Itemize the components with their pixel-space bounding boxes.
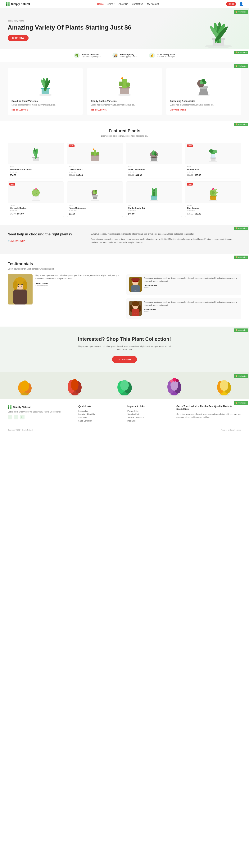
footer-link-intro[interactable]: Introduction xyxy=(78,410,121,412)
footer-brand-desc: Get in Touch With Us For the Best Qualit… xyxy=(8,411,73,413)
ask-help-link[interactable]: 🔗 ASK FOR HELP xyxy=(8,240,25,242)
footer-brand: Simply Natural Get in Touch With Us For … xyxy=(8,405,73,423)
product-6-name: Rattke Snake Tail xyxy=(128,207,180,209)
svg-point-105 xyxy=(22,284,23,285)
plants-icon: 🌿 xyxy=(74,53,80,58)
powered-text: Powered by Simply Natural xyxy=(220,429,241,431)
product-7-category: Cactus xyxy=(187,205,239,206)
feature-money-back: 💰 100% Money Back If the item didn't sui… xyxy=(149,53,175,58)
svg-point-109 xyxy=(131,278,140,281)
product-4-badge: Sale! xyxy=(9,183,15,186)
cta-section: Interested? Shop This Plant Collection! … xyxy=(0,327,249,372)
product-1-category: Cactus xyxy=(69,166,121,168)
product-card-6: Plants Rattke Snake Tail ★★★★★ $45.00 xyxy=(126,181,182,217)
nav-about[interactable]: About Us xyxy=(118,3,128,5)
svg-point-101 xyxy=(13,280,17,290)
product-4-old-price: $70.00 xyxy=(10,213,16,215)
nav-account[interactable]: My Account xyxy=(147,3,159,5)
svg-rect-84 xyxy=(152,190,153,190)
footer-link-store[interactable]: Visit Store xyxy=(78,416,121,418)
product-card-5: Plants Piano Quinquem ★★★★★ $33.00 xyxy=(67,181,123,217)
footer-link-about[interactable]: Important About Us xyxy=(78,413,121,415)
collection-3-desc: Luctus nec ullamcorper mattis, pulvinar … xyxy=(170,103,238,106)
svg-point-113 xyxy=(132,301,139,306)
features-customize-button[interactable]: 🎨 Customize xyxy=(234,51,248,54)
footer-customize-button[interactable]: 🎨 Customize xyxy=(234,401,248,405)
product-5-category: Plants xyxy=(69,205,121,206)
hero-customize-button[interactable]: 🎨 Customize xyxy=(234,10,248,13)
testimonials-title: Testimonials xyxy=(8,261,241,266)
go-to-shop-button[interactable]: GO TO SHOP xyxy=(112,356,137,363)
instagram-icon[interactable]: in xyxy=(20,415,25,420)
feature-shipping: 🚚 Free Shipping Free shipping on order xyxy=(112,53,138,58)
product-1-name: Cleistocactus xyxy=(69,168,121,170)
collections-customize-button[interactable]: 🎨 Customize xyxy=(234,64,248,68)
svg-point-97 xyxy=(213,189,214,190)
footer-important-links-list: Privacy Policy Shipping Policy Terms & C… xyxy=(128,410,171,422)
nav-contact[interactable]: Contact Us xyxy=(132,3,143,5)
product-4-price-value: $55.00 xyxy=(17,213,24,215)
product-6-category: Plants xyxy=(128,205,180,206)
product-card-1: Sale! Cactus Cleistocactus ★★★★★ xyxy=(67,143,123,179)
testimonial-right-1-name: Briana Luke xyxy=(144,308,239,311)
help-left: Need help in choosing the right plants? … xyxy=(8,232,83,242)
product-img-2 xyxy=(126,143,182,164)
logo[interactable]: Simply Natural xyxy=(6,2,30,6)
collection-2-desc: Luctus nec ullamcorper mattis, pulvinar … xyxy=(91,103,158,106)
logo-icon xyxy=(6,2,9,6)
product-1-price-value: $35.00 xyxy=(76,174,83,176)
featured-customize-button[interactable]: 🎨 Customize xyxy=(234,123,248,126)
footer-quick-links-list: Introduction Important About Us Visit St… xyxy=(78,410,121,422)
nav-store[interactable]: Store ▾ xyxy=(107,3,115,5)
product-1-badge: Sale! xyxy=(69,145,74,147)
testimonial-left-role: Interior designer xyxy=(35,284,122,286)
nav-home[interactable]: Home xyxy=(97,3,104,5)
svg-rect-85 xyxy=(153,191,155,191)
svg-point-131 xyxy=(120,380,129,391)
footer-bottom: Copyright © 2024 Simply Natural Powered … xyxy=(8,427,241,431)
help-desc-2: Ornare integer commodo mauris et ligula … xyxy=(91,238,241,244)
product-0-category: Plants xyxy=(10,166,62,168)
collection-2-link[interactable]: SEE COLLECTION xyxy=(91,109,107,111)
cta-customize-button[interactable]: 🎨 Customize xyxy=(234,329,248,332)
svg-point-43 xyxy=(93,149,95,150)
twitter-icon[interactable]: t xyxy=(14,415,19,420)
footer-quick-links: Quick Links Introduction Important About… xyxy=(78,405,121,423)
svg-point-11 xyxy=(39,94,52,96)
facebook-icon[interactable]: f xyxy=(8,415,12,420)
product-img-7 xyxy=(185,182,241,203)
copyright-text: Copyright © 2024 Simply Natural xyxy=(8,429,33,431)
testimonial-right-1: Neque porro quisquam est, qui dolore ips… xyxy=(127,298,241,319)
testimonial-left-avatar xyxy=(8,274,33,305)
gallery-plant-1 xyxy=(0,376,50,396)
shop-now-button[interactable]: SHOP NOW xyxy=(8,35,29,41)
help-customize-button[interactable]: 🎨 Customize xyxy=(234,226,248,230)
collection-3-link[interactable]: VISIT THE STORE xyxy=(170,109,186,111)
footer-link-comment[interactable]: Sales Comment xyxy=(78,420,121,422)
collections-grid: Beautiful Plant Varieties Luctus nec ull… xyxy=(8,68,241,115)
collection-1-link[interactable]: SEE COLLECTION xyxy=(11,109,28,111)
testimonial-right-1-quote: Neque porro quisquam est, qui dolore ips… xyxy=(144,301,239,307)
footer-link-terms[interactable]: Terms & Conditions xyxy=(128,416,171,418)
svg-rect-22 xyxy=(119,82,122,86)
plant-gallery xyxy=(0,372,249,399)
cart-button[interactable]: $0.00 xyxy=(226,2,236,6)
product-img-6 xyxy=(126,182,182,203)
footer-link-media[interactable]: Media Kit xyxy=(128,420,171,422)
product-2-old-price: $56.00 xyxy=(128,174,134,176)
money-back-feature-title: 100% Money Back xyxy=(157,53,175,56)
svg-point-76 xyxy=(93,192,95,194)
svg-point-51 xyxy=(154,153,157,156)
gallery-customize-button[interactable]: 🎨 Customize xyxy=(234,374,248,378)
svg-point-95 xyxy=(212,191,215,194)
product-card-0: Plants Sansevieria trecubant ★★★★★ $34.0… xyxy=(8,143,64,179)
product-2-stars: ★★★★★ xyxy=(128,171,180,173)
footer-logo-icon xyxy=(8,405,11,409)
footer-important-links: Important Links Privacy Policy Shipping … xyxy=(128,405,171,423)
footer-link-privacy[interactable]: Privacy Policy xyxy=(128,410,171,412)
footer-link-shipping[interactable]: Shipping Policy xyxy=(128,413,171,415)
svg-rect-40 xyxy=(94,150,96,156)
testimonials-customize-button[interactable]: 🎨 Customize xyxy=(234,255,248,259)
user-icon[interactable]: 👤 xyxy=(239,2,243,6)
product-3-name: Money Plant xyxy=(187,168,239,170)
